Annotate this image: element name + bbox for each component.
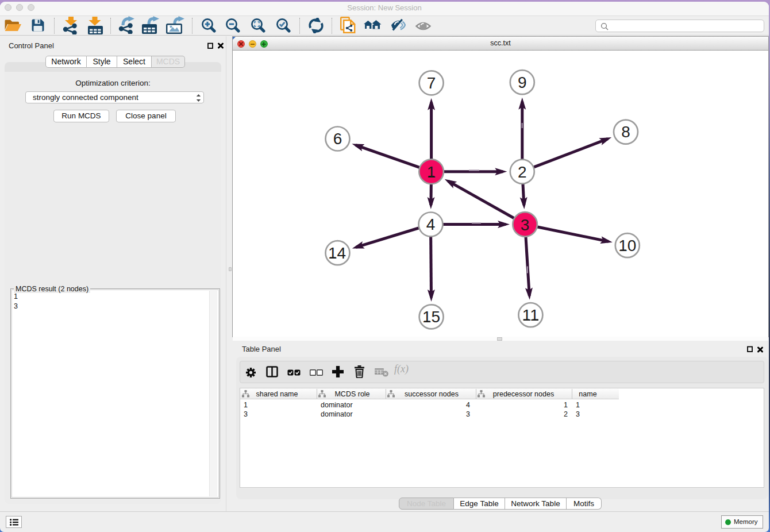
svg-text:7: 7 — [427, 74, 436, 92]
svg-text:4: 4 — [426, 215, 436, 233]
svg-text:15: 15 — [422, 308, 440, 326]
svg-text:10: 10 — [618, 237, 636, 255]
svg-text:11: 11 — [522, 306, 539, 324]
svg-text:1: 1 — [427, 163, 436, 181]
svg-text:3: 3 — [521, 216, 530, 234]
svg-text:9: 9 — [518, 74, 527, 91]
svg-text:8: 8 — [621, 123, 630, 141]
svg-text:6: 6 — [333, 130, 342, 148]
svg-text:14: 14 — [328, 244, 346, 262]
svg-text:2: 2 — [518, 163, 527, 181]
